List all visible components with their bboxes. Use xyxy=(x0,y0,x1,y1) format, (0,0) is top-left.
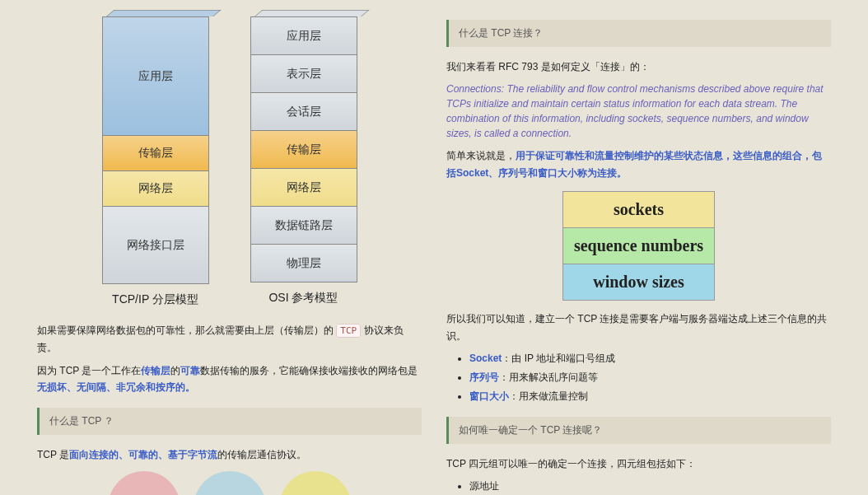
conn-info-list: Socket：由 IP 地址和端口号组成 序列号：用来解决乱序问题等 窗口大小：… xyxy=(446,351,831,405)
para-simple: 简单来说就是，用于保证可靠性和流量控制维护的某些状态信息，这些信息的组合，包括S… xyxy=(446,147,831,181)
tcp-properties-circles: 面向连接 可靠的 字节流 xyxy=(37,471,422,495)
layer-models-figure: 应用层 传输层 网络层 网络接口层 TCP/IP 分层模型 应用层 表示层 会话… xyxy=(37,8,422,307)
fig-sockets: sockets xyxy=(563,192,714,228)
tcpip-layer-transport: 传输层 xyxy=(102,135,209,171)
circle-byte-stream: 字节流 xyxy=(279,471,352,495)
tcpip-stack: 应用层 传输层 网络层 网络接口层 TCP/IP 分层模型 xyxy=(102,8,209,307)
osi-layer-app: 应用层 xyxy=(250,16,357,55)
para-consensus: 所以我们可以知道，建立一个 TCP 连接是需要客户端与服务器端达成上述三个信息的… xyxy=(446,311,831,344)
para-reliability: 如果需要保障网络数据包的可靠性，那么就需要由上层（传输层）的 TCP 协议来负责… xyxy=(37,322,422,356)
osi-layer-transport: 传输层 xyxy=(250,130,357,169)
para-tcp-def: TCP 是面向连接的、可靠的、基于字节流的传输层通信协议。 xyxy=(37,446,422,463)
osi-layer-datalink: 数据链路层 xyxy=(250,206,357,245)
heading-what-is-tcp-conn: 什么是 TCP 连接？ xyxy=(446,20,831,47)
tcpip-label: TCP/IP 分层模型 xyxy=(102,292,209,307)
heading-what-is-tcp: 什么是 TCP ？ xyxy=(37,408,422,435)
tcpip-layer-network: 网络层 xyxy=(102,170,209,207)
fig-winsizes: window sizes xyxy=(563,264,714,300)
para-rfc-intro: 我们来看看 RFC 793 是如何定义「连接」的： xyxy=(446,58,831,75)
para-transport: 因为 TCP 是一个工作在传输层的可靠数据传输的服务，它能确保接收端接收的网络包… xyxy=(37,362,422,396)
tcpip-layer-app: 应用层 xyxy=(102,16,209,136)
list-item: 源地址 xyxy=(469,479,831,494)
tcpip-layer-interface: 网络接口层 xyxy=(102,206,209,284)
list-item: Socket：由 IP 地址和端口号组成 xyxy=(469,351,831,367)
four-tuple-list: 源地址 源端口 目的地址 目的端口 xyxy=(446,479,831,495)
para-four-tuple: TCP 四元组可以唯一的确定一个连接，四元组包括如下： xyxy=(446,455,831,472)
tcp-code-tag: TCP xyxy=(336,324,361,338)
rfc-quote: Connections: The reliability and flow co… xyxy=(446,82,831,141)
heading-unique-conn: 如何唯一确定一个 TCP 连接呢？ xyxy=(446,417,831,444)
list-item: 序列号：用来解决乱序问题等 xyxy=(469,370,831,385)
osi-label: OSI 参考模型 xyxy=(250,291,357,306)
osi-layer-session: 会话层 xyxy=(250,92,357,131)
osi-layer-physical: 物理层 xyxy=(250,244,357,283)
right-column: 什么是 TCP 连接？ 我们来看看 RFC 793 是如何定义「连接」的： Co… xyxy=(446,0,831,495)
fig-seqnums: sequence numbers xyxy=(563,228,714,264)
connection-figure: sockets sequence numbers window sizes xyxy=(562,191,715,301)
osi-stack: 应用层 表示层 会话层 传输层 网络层 数据链路层 物理层 OSI 参考模型 xyxy=(250,8,357,307)
osi-layer-network: 网络层 xyxy=(250,168,357,207)
circle-connection-oriented: 面向连接 xyxy=(108,471,180,495)
list-item: 窗口大小：用来做流量控制 xyxy=(469,389,831,404)
circle-reliable: 可靠的 xyxy=(194,471,266,495)
osi-layer-presentation: 表示层 xyxy=(250,54,357,93)
left-column: 应用层 传输层 网络层 网络接口层 TCP/IP 分层模型 应用层 表示层 会话… xyxy=(37,0,422,495)
